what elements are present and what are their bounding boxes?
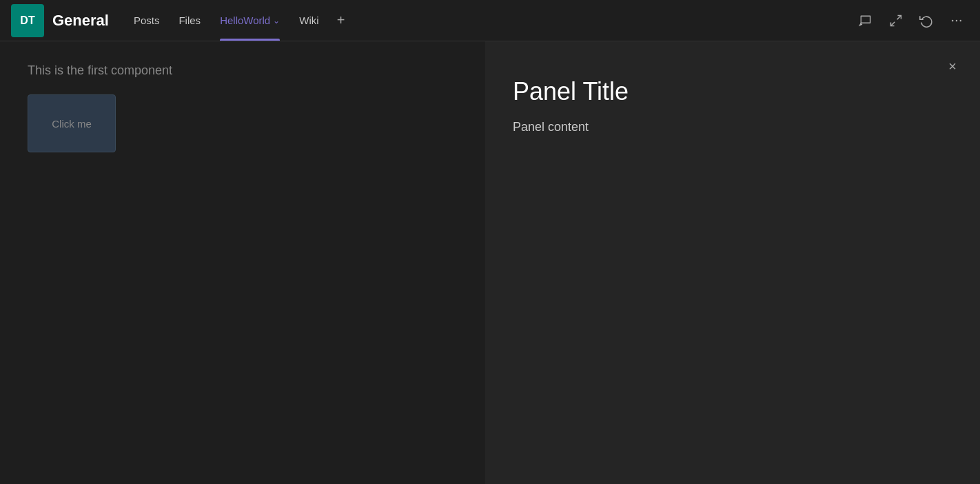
panel-content: Panel content	[513, 120, 952, 134]
tab-helloworld-label: HelloWorld	[220, 14, 270, 26]
tab-wiki[interactable]: Wiki	[291, 0, 327, 41]
more-options-button[interactable]	[944, 8, 969, 33]
component-label: This is the first component	[28, 63, 458, 78]
panel-close-button[interactable]: ×	[941, 55, 963, 77]
svg-line-0	[897, 15, 901, 19]
nav-tabs: Posts Files HelloWorld ⌄ Wiki +	[125, 0, 853, 41]
more-icon	[950, 14, 963, 28]
add-tab-button[interactable]: +	[330, 10, 352, 32]
content-pane: This is the first component Click me	[0, 41, 485, 484]
expand-icon	[889, 14, 903, 28]
click-me-button[interactable]: Click me	[28, 94, 116, 152]
app-avatar: DT	[11, 4, 44, 37]
tab-files[interactable]: Files	[170, 0, 209, 41]
svg-point-3	[956, 19, 958, 21]
header-actions	[853, 8, 969, 33]
tab-posts[interactable]: Posts	[125, 0, 168, 41]
svg-line-1	[891, 21, 895, 26]
tab-wiki-label: Wiki	[299, 14, 318, 26]
svg-point-4	[960, 19, 962, 21]
chat-icon-button[interactable]	[853, 8, 878, 33]
tab-helloworld[interactable]: HelloWorld ⌄	[212, 0, 288, 41]
svg-point-2	[952, 19, 954, 21]
channel-title: General	[52, 12, 109, 30]
chevron-down-icon: ⌄	[273, 16, 280, 26]
tab-files-label: Files	[178, 14, 201, 26]
refresh-icon	[919, 14, 933, 28]
main-area: This is the first component Click me × P…	[0, 41, 980, 484]
header: DT General Posts Files HelloWorld ⌄ Wiki…	[0, 0, 980, 41]
expand-icon-button[interactable]	[884, 8, 908, 33]
panel-title: Panel Title	[513, 77, 952, 106]
chat-icon	[859, 14, 872, 28]
refresh-icon-button[interactable]	[914, 8, 939, 33]
side-panel: × Panel Title Panel content	[485, 41, 980, 484]
tab-posts-label: Posts	[134, 14, 160, 26]
